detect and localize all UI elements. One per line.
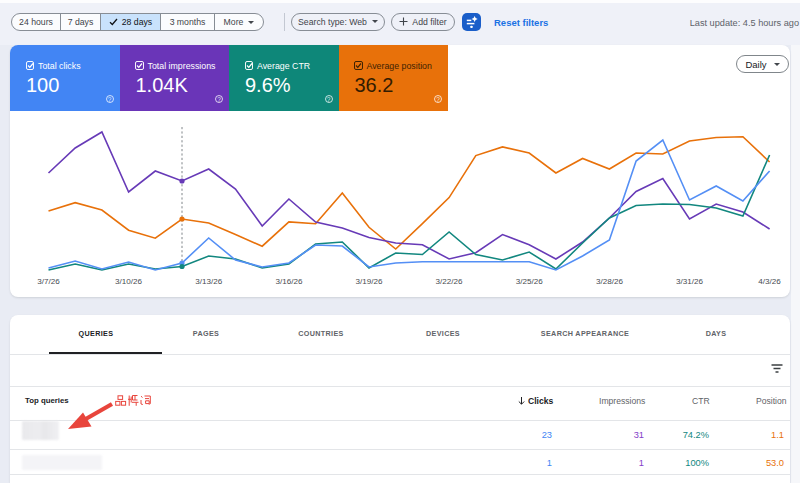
svg-text:3/28/26: 3/28/26: [596, 277, 624, 286]
svg-text:3/31/26: 3/31/26: [676, 277, 704, 286]
svg-text:3/16/26: 3/16/26: [275, 277, 303, 286]
svg-text:3/25/26: 3/25/26: [516, 277, 544, 286]
svg-text:3/19/26: 3/19/26: [355, 277, 383, 286]
svg-text:4/3/26: 4/3/26: [758, 277, 781, 286]
svg-text:3/22/26: 3/22/26: [436, 277, 464, 286]
svg-text:3/13/26: 3/13/26: [195, 277, 223, 286]
svg-text:3/10/26: 3/10/26: [115, 277, 143, 286]
svg-text:3/7/26: 3/7/26: [37, 277, 60, 286]
